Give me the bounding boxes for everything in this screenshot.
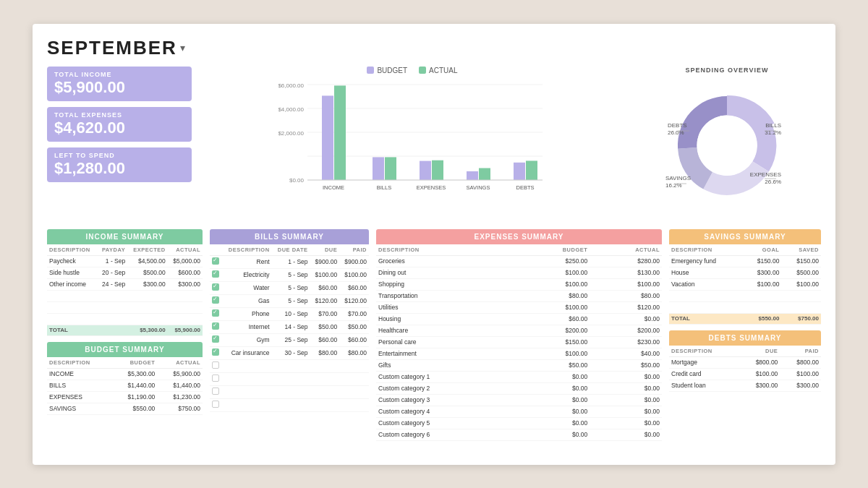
checkbox-checked[interactable] [212,257,219,265]
debt-desc: Student loan [669,380,739,391]
exp-desc: Personal care [376,336,516,348]
bills-checkbox[interactable] [210,385,221,398]
bills-due: $60.00 [310,333,340,346]
svg-text:$0.00: $0.00 [289,177,305,184]
exp-desc: Groceries [376,255,516,267]
checkbox-checked[interactable] [212,283,219,291]
bills-due: $80.00 [310,346,340,359]
checkbox-checked[interactable] [212,322,219,330]
bills-checkbox[interactable] [210,281,221,294]
income-col-payday: PAYDAY [97,244,127,256]
exp-desc: Custom category 6 [376,429,516,440]
svg-text:DEBTS: DEBTS [668,122,687,129]
exp-actual: $40.00 [590,348,662,359]
income-desc: Side hustle [47,267,97,278]
checkbox-unchecked[interactable] [212,374,219,382]
bills-due: $900.00 [310,255,340,268]
exp-desc: Housing [376,313,516,325]
income-empty-row [47,313,203,325]
savings-total-row: TOTAL$550.00$750.00 [669,313,821,324]
bills-due [310,372,340,385]
checkbox-checked[interactable] [212,348,219,356]
svg-text:16.2%: 16.2% [665,182,682,189]
sav-desc: House [669,267,742,278]
checkbox-checked[interactable] [212,296,219,304]
income-actual: $5,000.00 [168,255,203,267]
checkbox-checked[interactable] [212,335,219,343]
bills-col-due-date: DUE DATE [272,244,310,256]
bills-checkbox[interactable] [210,359,221,372]
checkbox-unchecked[interactable] [212,361,219,369]
month-dropdown[interactable]: ▾ [180,42,185,53]
legend-actual-label: ACTUAL [429,67,457,74]
exp-budget: $100.00 [516,348,590,359]
bills-checkbox[interactable] [210,320,221,333]
income-empty-row [47,301,203,313]
bills-due-date: 30 - Sep [272,346,310,359]
expenses-row: Entertainment$100.00$40.00 [376,348,662,359]
svg-rect-13 [385,157,396,180]
svg-rect-10 [334,85,346,180]
main-card: SEPTEMBER ▾ TOTAL INCOME $5,900.00 TOTAL… [33,24,835,465]
svg-rect-12 [373,157,384,180]
left-kpi: LEFT TO SPEND $1,280.00 [47,147,192,182]
bills-desc: Phone [221,307,272,320]
bills-checkbox[interactable] [210,307,221,320]
bills-checkbox[interactable] [210,268,221,281]
svg-text:SAVINGS: SAVINGS [665,175,691,181]
exp-budget: $100.00 [516,278,590,290]
sav-saved: $500.00 [781,267,821,278]
savings-row: Emergency fund$150.00$150.00 [669,255,821,267]
debt-paid: $300.00 [780,380,821,391]
savings-summary-header: SAVINGS SUMMARY [669,229,821,244]
budget-budget: $550.00 [112,403,158,414]
bills-row: Phone10 - Sep$70.00$70.00 [210,307,369,320]
expenses-row: Transportation$80.00$80.00 [376,290,662,301]
bills-checkbox[interactable] [210,255,221,268]
expenses-row: Dining out$100.00$130.00 [376,267,662,278]
checkbox-unchecked[interactable] [212,388,219,395]
donut-svg: BILLS 31.2% EXPENSES 26.6% DEBTS 26.0% S… [655,75,799,213]
exp-budget: $80.00 [516,290,590,301]
bills-col-desc: DESCRIPTION [221,244,272,256]
bills-due: $100.00 [310,268,340,281]
bills-paid: $80.00 [339,346,369,359]
bills-paid: $70.00 [339,307,369,320]
exp-budget: $0.00 [516,406,590,417]
bills-paid [339,359,369,372]
bills-checkbox[interactable] [210,346,221,359]
exp-desc: Custom category 3 [376,394,516,406]
expenses-row: Gifts$50.00$50.00 [376,359,662,371]
bills-table: DESCRIPTION DUE DATE DUE PAID Rent1 - Se… [210,244,369,412]
svg-text:26.0%: 26.0% [668,129,684,136]
savings-empty-row [669,290,821,301]
bills-row: Rent1 - Sep$900.00$900.00 [210,255,369,268]
bills-due-date [272,359,310,372]
bills-row [210,385,369,398]
debt-col-paid: PAID [780,346,821,357]
bills-due-date: 5 - Sep [272,294,310,307]
bills-desc: Electricity [221,268,272,281]
income-payday: 1 - Sep [97,255,127,267]
budget-row: SAVINGS$550.00$750.00 [47,403,203,414]
checkbox-checked[interactable] [212,309,219,317]
bills-checkbox[interactable] [210,294,221,307]
exp-actual: $120.00 [590,301,662,313]
debts-row: Credit card$100.00$100.00 [669,368,821,380]
bills-col-due: DUE [310,244,340,256]
savings-table: DESCRIPTION GOAL SAVED Emergency fund$15… [669,244,821,325]
debts-row: Mortgage$800.00$800.00 [669,356,821,368]
income-actual: $300.00 [168,278,203,290]
donut-area: SPENDING OVERVIEW [633,67,821,222]
debt-desc: Mortgage [669,356,739,368]
svg-text:BILLS: BILLS [377,184,391,191]
bills-checkbox[interactable] [210,333,221,346]
checkbox-unchecked[interactable] [212,401,219,408]
bills-desc: Car insurance [221,346,272,359]
bills-checkbox[interactable] [210,398,221,411]
bills-due-date: 25 - Sep [272,333,310,346]
bills-checkbox[interactable] [210,372,221,385]
income-label: TOTAL INCOME [54,71,184,78]
left-value: $1,280.00 [54,159,184,178]
checkbox-checked[interactable] [212,270,219,278]
